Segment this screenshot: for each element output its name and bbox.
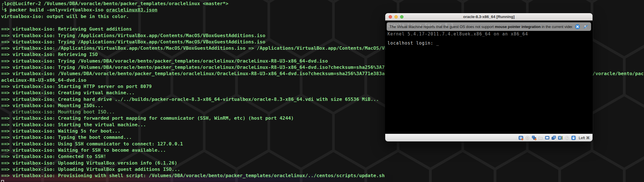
vm-console-line: Kernel 5.4.17-2011.7.4.el8uek.x86_64 on … [387,31,528,37]
terminal-line: ==> virtualbox-iso: Starting the virtual… [1,122,146,128]
terminal-line: ==> virtualbox-iso: Uploading VirtualBox… [1,160,177,166]
close-button[interactable] [389,15,392,19]
vm-statusbar: V Left ⌘ [385,134,593,141]
terminal-line: ==> virtualbox-iso: Mounting ISOs... [1,103,104,109]
terminal-line: ==> virtualbox-iso: Using SSH communicat… [1,141,183,147]
svg-text:V: V [559,136,561,139]
vm-titlebar[interactable]: oracle-8.3-x86_64 [Running] [385,13,593,21]
mouse-integration-icon[interactable] [571,135,576,140]
terminal-line: ==> virtualbox-iso: /Applications/Virtua… [1,45,444,51]
terminal-line: ==> virtualbox-iso: Retrieving Guest add… [1,26,132,32]
terminal-line: ==> virtualbox-iso: Trying /Applications… [1,33,265,39]
terminal-line: virtualbox-iso: output will be in this c… [1,13,129,20]
network-icon[interactable] [532,135,536,140]
terminal-line: ==> virtualbox-iso: Waiting 5s for boot.… [1,128,120,134]
terminal-line: ==> virtualbox-iso: Trying /Volumes/DBA/… [1,64,385,71]
banner-message: The Virtual Machine reports that the gue… [389,25,572,29]
terminal-line: ==> virtualbox-iso: Creating hard drive … [1,96,379,103]
mouse-pointer-disabled-icon [583,24,588,29]
terminal-line [1,179,4,182]
vm-text-cursor: _ [436,41,439,46]
display-icon[interactable] [545,135,550,140]
terminal-line: ==> virtualbox-iso: Creating forwarded p… [1,115,294,121]
terminal-line: ==> virtualbox-iso: Trying /Volumes/DBA/… [1,58,328,64]
terminal-line: ==> virtualbox-iso: Starting HTTP server… [1,83,152,90]
hard-disk-icon[interactable] [518,135,523,140]
video-capture-icon[interactable]: V [558,135,563,140]
terminal-line: ==> virtualbox-iso: Provisioning with sh… [1,173,385,179]
terminal-cursor [1,180,4,182]
optical-disc-icon[interactable] [525,135,530,140]
minimize-button[interactable] [394,15,398,19]
terminal-line: ==> virtualbox-iso: Creating virtual mac… [1,90,135,96]
terminal-line: ==> virtualbox-iso: Waiting for SSH to b… [1,147,166,153]
terminal-line: └$ packer build -only=virtualbox-iso ora… [1,7,157,13]
host-key-indicator: Left ⌘ [579,136,590,140]
terminal-line: ==> virtualbox-iso: /Volumes/DBA/voracle… [1,71,385,77]
terminal-line: ==> virtualbox-iso: Retrieving ISO [1,51,98,58]
zoom-button[interactable] [400,15,404,19]
terminal-line: acleLinux-R8-U3-x86_64-dvd.iso [1,77,86,83]
virtualbox-vm-window[interactable]: oracle-8.3-x86_64 [Running] Oracle Linux… [385,13,593,141]
vm-notification-banner: The Virtual Machine reports that the gue… [387,22,591,31]
shared-folders-icon[interactable] [538,135,543,140]
vm-screen[interactable]: Oracle Linux Server 8.3 Kernel 5.4.17-20… [385,21,593,134]
terminal-line: ==> virtualbox-iso: Typing the boot comm… [1,134,132,141]
terminal-line: ==> virtualbox-iso: Trying /Applications… [1,39,265,45]
seamless-windows-icon[interactable] [551,135,556,140]
terminal-line: ==> virtualbox-iso: Uploading VirtualBox… [1,166,180,173]
vm-login-prompt: localhost login: _ [387,41,439,46]
features-icon[interactable] [565,135,569,140]
dismiss-notification-icon[interactable] [575,24,580,29]
vm-window-title: oracle-8.3-x86_64 [Running] [463,15,514,19]
terminal-line: ==> virtualbox-iso: Connected to SSH! [1,153,106,160]
terminal-line: virtualbox-iso: Mounting boot ISO... [1,109,115,115]
terminal-line: ┌lpc@Lucifer-2 /Volumes/DBA/voracle/bent… [1,1,228,7]
